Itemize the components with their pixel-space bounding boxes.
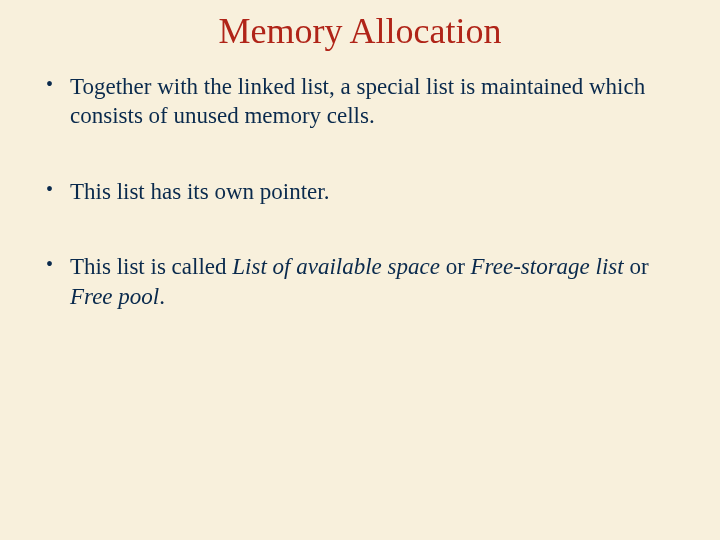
bullet-item: Together with the linked list, a special…	[42, 72, 678, 131]
bullet-item: This list is called List of available sp…	[42, 252, 678, 311]
body-text: or	[624, 254, 649, 279]
body-text: This list is called	[70, 254, 232, 279]
bullet-item: This list has its own pointer.	[42, 177, 678, 206]
slide: Memory Allocation Together with the link…	[0, 0, 720, 540]
body-text: Together with the linked list, a special…	[70, 74, 645, 128]
term-text: Free pool	[70, 284, 159, 309]
slide-title: Memory Allocation	[42, 0, 678, 72]
body-text: or	[440, 254, 471, 279]
term-text: Free-storage list	[471, 254, 624, 279]
term-text: List of available space	[232, 254, 440, 279]
body-text: This list has its own pointer.	[70, 179, 329, 204]
body-text: .	[159, 284, 165, 309]
bullet-list: Together with the linked list, a special…	[42, 72, 678, 311]
